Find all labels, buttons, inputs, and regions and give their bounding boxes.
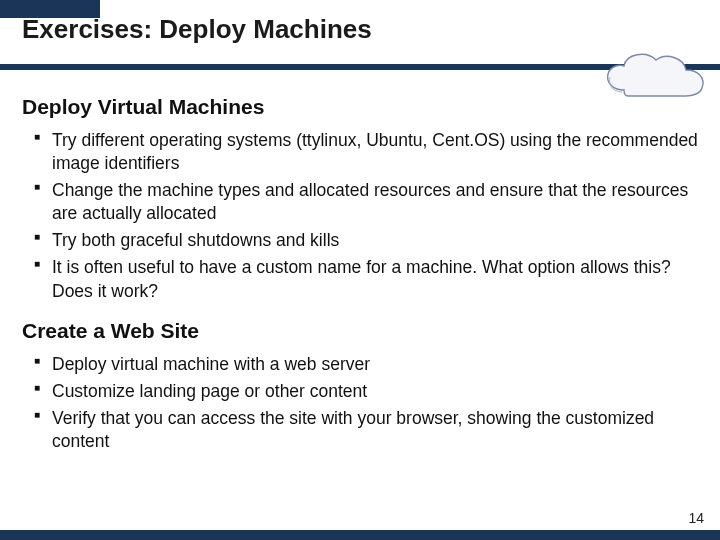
- page-number: 14: [688, 510, 704, 526]
- section-create-website: Create a Web Site Deploy virtual machine…: [22, 319, 700, 453]
- list-item: Verify that you can access the site with…: [38, 407, 700, 453]
- list-item: Customize landing page or other content: [38, 380, 700, 403]
- footer-bar: [0, 530, 720, 540]
- list-item: Try different operating systems (ttylinu…: [38, 129, 700, 175]
- bullet-list: Try different operating systems (ttylinu…: [22, 129, 700, 303]
- list-item: It is often useful to have a custom name…: [38, 256, 700, 302]
- content-area: Deploy Virtual Machines Try different op…: [22, 95, 700, 457]
- section-heading: Create a Web Site: [22, 319, 700, 343]
- slide: Exercises: Deploy Machines Deploy Virtua…: [0, 0, 720, 540]
- title-row: Exercises: Deploy Machines: [22, 14, 700, 45]
- list-item: Change the machine types and allocated r…: [38, 179, 700, 225]
- page-title: Exercises: Deploy Machines: [22, 14, 700, 45]
- list-item: Try both graceful shutdowns and kills: [38, 229, 700, 252]
- list-item: Deploy virtual machine with a web server: [38, 353, 700, 376]
- cloud-icon: [594, 46, 714, 106]
- section-deploy-vm: Deploy Virtual Machines Try different op…: [22, 95, 700, 303]
- bullet-list: Deploy virtual machine with a web server…: [22, 353, 700, 453]
